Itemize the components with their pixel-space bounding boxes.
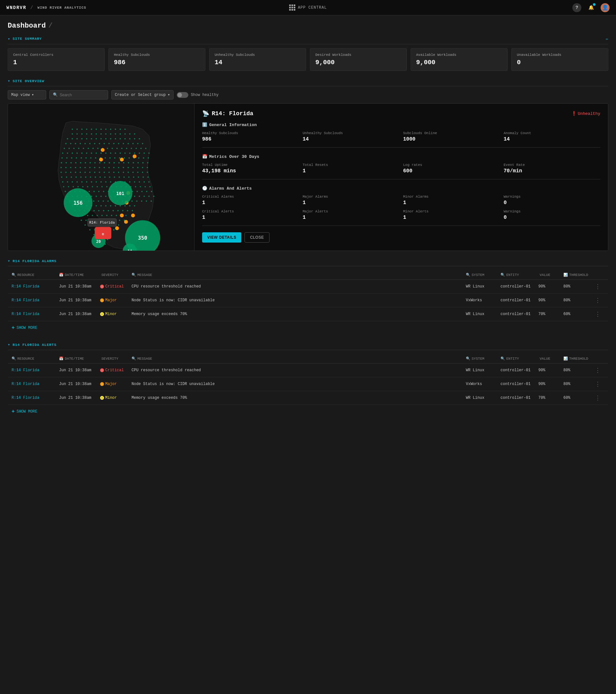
- svg-point-65: [88, 148, 89, 149]
- search-box[interactable]: 🔍: [49, 90, 108, 99]
- svg-point-12: [125, 129, 126, 130]
- resource-cell[interactable]: R:14 Florida: [12, 396, 56, 400]
- svg-point-67: [97, 148, 98, 149]
- value-cell: 70%: [538, 312, 561, 316]
- edit-icon[interactable]: ✏️: [606, 36, 608, 41]
- svg-point-366: [99, 158, 103, 161]
- svg-point-182: [104, 177, 106, 178]
- alerts-chevron[interactable]: ▾: [8, 342, 10, 347]
- table-header-cell: 🔍MESSAGE: [131, 357, 463, 361]
- datetime-cell: Jun 21 10:38am: [59, 368, 97, 372]
- resource-cell[interactable]: R:14 Florida: [12, 382, 56, 386]
- threshold-cell: 80%: [563, 382, 592, 386]
- svg-point-157: [75, 172, 76, 173]
- value-cell: 90%: [538, 284, 561, 289]
- message-cell: Memory usage exceeds 70%: [131, 312, 463, 316]
- svg-point-88: [110, 152, 111, 154]
- resource-cell[interactable]: R:14 Florida: [12, 298, 56, 303]
- svg-point-96: [148, 152, 149, 154]
- svg-point-89: [115, 152, 116, 154]
- table-header-cell: 🔍RESOURCE: [12, 357, 56, 361]
- close-button[interactable]: CLOSE: [244, 232, 269, 242]
- svg-point-245: [137, 191, 138, 192]
- metric-value: 70/min: [504, 168, 600, 174]
- grid-icon[interactable]: [289, 4, 295, 11]
- svg-point-55: [123, 143, 124, 144]
- alarms-show-more[interactable]: + SHOW MORE: [8, 321, 608, 335]
- svg-point-30: [81, 138, 83, 140]
- kebab-menu[interactable]: ⋮: [595, 381, 604, 388]
- svg-point-98: [66, 157, 67, 159]
- avatar-icon[interactable]: 👤: [601, 3, 610, 12]
- svg-point-122: [90, 162, 91, 163]
- resource-cell[interactable]: R:14 Florida: [12, 368, 56, 372]
- svg-point-200: [101, 181, 102, 183]
- show-healthy-toggle[interactable]: [177, 92, 188, 98]
- svg-point-208: [139, 181, 140, 183]
- svg-point-51: [104, 143, 105, 144]
- svg-point-185: [119, 177, 120, 178]
- svg-point-11: [120, 129, 121, 130]
- alarms-chevron[interactable]: ▾: [8, 259, 10, 263]
- nav-slash: /: [30, 5, 33, 10]
- th-icon: 📅: [59, 273, 64, 277]
- svg-point-81: [76, 152, 78, 154]
- site-summary-chevron[interactable]: ▾: [8, 37, 10, 41]
- resource-cell[interactable]: R:14 Florida: [12, 284, 56, 289]
- site-overview-chevron[interactable]: ▾: [8, 79, 10, 84]
- group-select[interactable]: Create or Select group ▾: [111, 90, 174, 99]
- svg-point-54: [118, 143, 119, 144]
- info-metric: Healthy Subclouds986: [202, 131, 299, 142]
- svg-text:R14: Florida: R14: Florida: [89, 220, 114, 224]
- svg-point-199: [96, 181, 97, 183]
- svg-point-309: [117, 210, 119, 212]
- metric-label: Unhealthy Subclouds: [303, 131, 399, 135]
- kebab-menu[interactable]: ⋮: [595, 311, 604, 318]
- search-input[interactable]: [60, 93, 105, 97]
- svg-point-155: [65, 172, 67, 173]
- th-label: THRESHOLD: [569, 273, 588, 277]
- th-icon: 📅: [59, 357, 64, 361]
- svg-point-154: [61, 172, 62, 173]
- svg-point-25: [129, 133, 131, 135]
- view-select[interactable]: Map view ▾: [8, 90, 46, 99]
- page-title-text: Dashboard: [8, 22, 46, 30]
- bell-icon[interactable]: 🔔: [586, 3, 596, 12]
- kebab-menu[interactable]: ⋮: [595, 367, 604, 374]
- svg-point-315: [87, 215, 88, 216]
- kebab-menu[interactable]: ⋮: [595, 297, 604, 304]
- svg-point-365: [133, 154, 137, 158]
- table-header-cell: VALUE: [538, 273, 561, 277]
- th-label: MESSAGE: [137, 273, 152, 277]
- kebab-menu[interactable]: ⋮: [595, 283, 604, 290]
- general-info-title: ℹ️ General Information: [202, 122, 600, 127]
- system-cell: WR Linux: [466, 368, 498, 372]
- error-icon: ❗: [572, 111, 577, 116]
- threshold-cell: 80%: [563, 298, 592, 303]
- svg-point-165: [113, 172, 114, 173]
- svg-point-84: [91, 152, 92, 154]
- svg-point-214: [77, 186, 78, 187]
- view-details-button[interactable]: VIEW DETAILS: [202, 232, 241, 242]
- svg-point-7: [101, 129, 102, 130]
- svg-point-37: [115, 138, 116, 140]
- datetime-cell: Jun 21 10:38am: [59, 396, 97, 400]
- svg-point-16: [86, 133, 87, 135]
- metric-label: Subclouds Online: [403, 131, 500, 135]
- value-cell: 70%: [538, 396, 561, 400]
- map-canvas[interactable]: 156 101 20 350 14 19: [8, 104, 194, 251]
- svg-point-159: [84, 172, 86, 173]
- resource-cell[interactable]: R:14 Florida: [12, 312, 56, 316]
- svg-point-20: [105, 133, 107, 135]
- svg-point-60: [64, 148, 65, 149]
- svg-point-160: [89, 172, 90, 173]
- svg-point-323: [125, 215, 127, 216]
- help-icon[interactable]: ?: [573, 3, 581, 12]
- kebab-menu[interactable]: ⋮: [595, 394, 604, 401]
- info-metric: Warnings0: [504, 195, 600, 206]
- value-cell: 90%: [538, 298, 561, 303]
- svg-point-162: [99, 172, 100, 173]
- info-metric: Total Resets1: [303, 163, 399, 174]
- svg-text:101: 101: [116, 191, 124, 196]
- alerts-show-more[interactable]: + SHOW MORE: [8, 405, 608, 418]
